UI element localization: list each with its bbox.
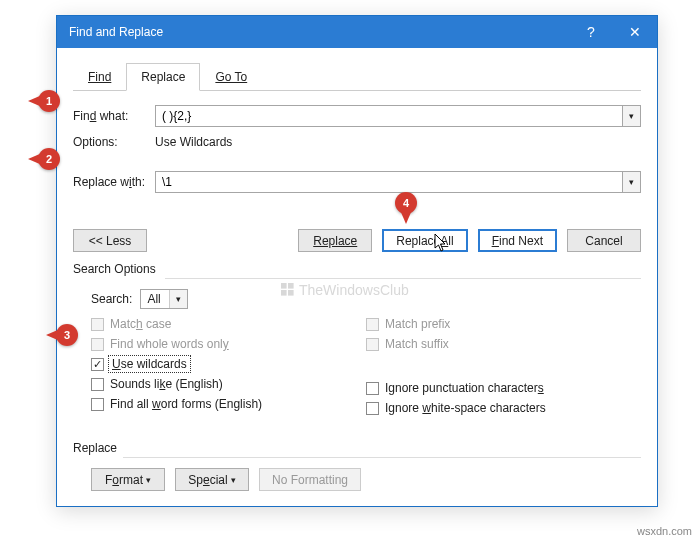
footer-credit: wsxdn.com: [637, 525, 692, 537]
special-button[interactable]: Special▾: [175, 468, 249, 491]
svg-rect-0: [281, 283, 287, 289]
format-button[interactable]: Format▾: [91, 468, 165, 491]
svg-rect-3: [288, 290, 294, 296]
svg-rect-1: [288, 283, 294, 289]
find-what-label: Find what:: [73, 109, 155, 123]
replace-with-input[interactable]: [156, 172, 622, 192]
cancel-button[interactable]: Cancel: [567, 229, 641, 252]
find-what-combo[interactable]: ▾: [155, 105, 641, 127]
replace-with-dropdown[interactable]: ▾: [622, 172, 640, 192]
replace-group-label: Replace: [73, 441, 641, 455]
no-formatting-button: No Formatting: [259, 468, 361, 491]
ignore-whitespace-checkbox[interactable]: Ignore white-space characters: [366, 401, 641, 415]
use-wildcards-checkbox[interactable]: Use wildcards: [91, 357, 366, 371]
match-suffix-checkbox: Match suffix: [366, 337, 641, 351]
titlebar: Find and Replace ? ✕: [57, 16, 657, 48]
callout-2: 2: [38, 148, 60, 170]
search-direction-select[interactable]: All ▾: [140, 289, 187, 309]
tab-replace[interactable]: Replace: [126, 63, 200, 91]
tabs: Find Replace Go To: [73, 62, 641, 91]
match-case-checkbox: Match case: [91, 317, 366, 331]
watermark: TheWindowsClub: [281, 282, 409, 298]
sounds-like-checkbox[interactable]: Sounds like (English): [91, 377, 366, 391]
callout-4: 4: [395, 192, 417, 214]
tab-goto[interactable]: Go To: [200, 63, 262, 91]
replace-with-label: Replace with:: [73, 175, 155, 189]
options-value: Use Wildcards: [155, 135, 232, 149]
dialog-title: Find and Replace: [69, 25, 569, 39]
svg-rect-2: [281, 290, 287, 296]
find-what-dropdown[interactable]: ▾: [622, 106, 640, 126]
replace-all-button[interactable]: Replace All: [382, 229, 467, 252]
chevron-down-icon: ▾: [169, 290, 187, 308]
find-next-button[interactable]: Find Next: [478, 229, 557, 252]
help-button[interactable]: ?: [569, 16, 613, 48]
options-label: Options:: [73, 135, 155, 149]
close-button[interactable]: ✕: [613, 16, 657, 48]
find-replace-dialog: Find and Replace ? ✕ Find Replace Go To …: [56, 15, 658, 507]
callout-3: 3: [56, 324, 78, 346]
search-options-group-label: Search Options: [73, 262, 641, 276]
search-direction-label: Search:: [91, 292, 132, 306]
tab-find[interactable]: Find: [73, 63, 126, 91]
replace-with-combo[interactable]: ▾: [155, 171, 641, 193]
match-prefix-checkbox: Match prefix: [366, 317, 641, 331]
ignore-punctuation-checkbox[interactable]: Ignore punctuation characters: [366, 381, 641, 395]
find-what-input[interactable]: [156, 106, 622, 126]
whole-words-checkbox: Find whole words only: [91, 337, 366, 351]
callout-1: 1: [38, 90, 60, 112]
replace-button[interactable]: Replace: [298, 229, 372, 252]
word-forms-checkbox[interactable]: Find all word forms (English): [91, 397, 366, 411]
